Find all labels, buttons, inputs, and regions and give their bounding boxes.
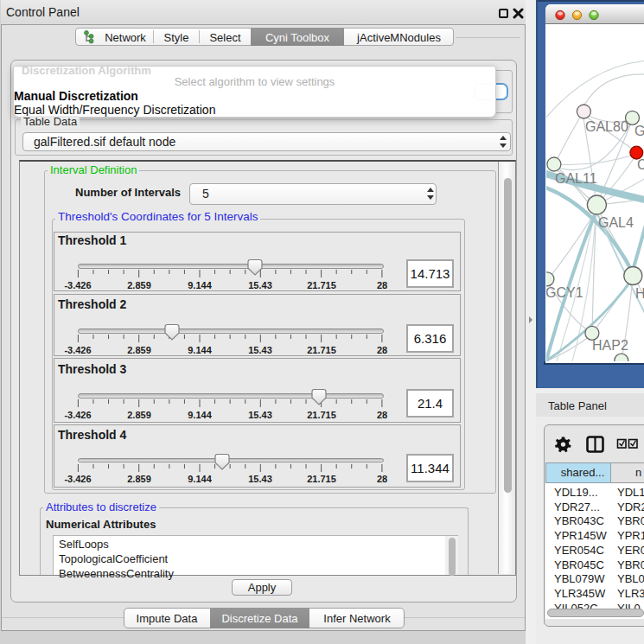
svg-text:GAL4: GAL4 [598,215,634,230]
svg-text:GCY1: GCY1 [546,285,583,300]
svg-text:H: H [635,286,644,301]
svg-text:GAL80: GAL80 [585,119,628,134]
svg-text:GA: GA [634,124,644,138]
svg-text:HAP2: HAP2 [592,338,628,353]
svg-text:GAL11: GAL11 [555,171,597,186]
svg-text:C: C [637,157,644,172]
